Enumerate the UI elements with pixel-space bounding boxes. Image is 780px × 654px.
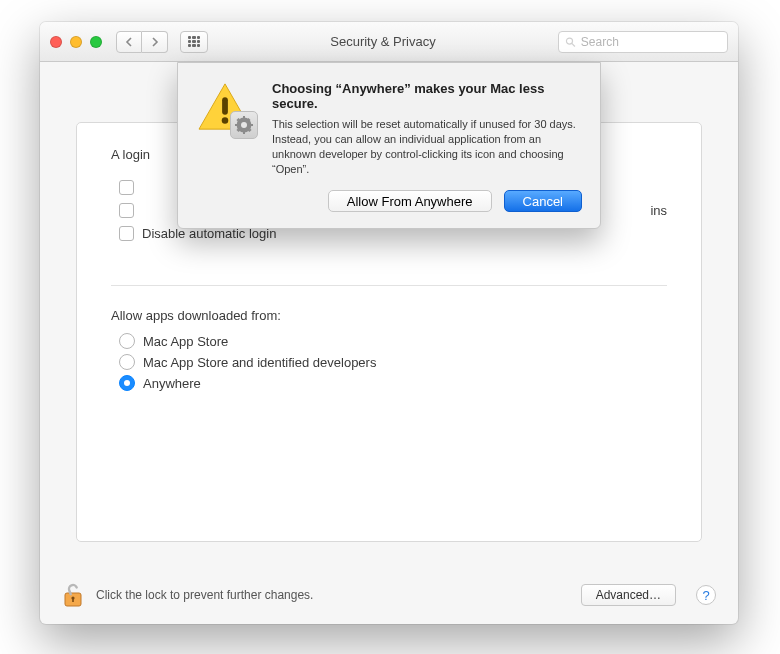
allow-apps-label: Allow apps downloaded from: [111, 308, 667, 323]
close-window-button[interactable] [50, 36, 62, 48]
minimize-window-button[interactable] [70, 36, 82, 48]
window-controls [50, 36, 102, 48]
advanced-button[interactable]: Advanced… [581, 584, 676, 606]
svg-rect-5 [222, 97, 228, 114]
back-button[interactable] [116, 31, 142, 53]
radio-identified-developers[interactable] [119, 354, 135, 370]
sheet-heading: Choosing “Anywhere” makes your Mac less … [272, 81, 582, 111]
footer: Click the lock to prevent further change… [40, 566, 738, 624]
divider [111, 285, 667, 286]
radio-row-identified[interactable]: Mac App Store and identified developers [119, 354, 667, 370]
sheet-icon [196, 81, 258, 212]
sheet-button-row: Allow From Anywhere Cancel [272, 190, 582, 212]
radio-row-mac-app-store[interactable]: Mac App Store [119, 333, 667, 349]
chevron-right-icon [151, 37, 159, 47]
search-input[interactable] [581, 35, 721, 49]
radio-label-2: Mac App Store and identified developers [143, 355, 376, 370]
checkbox-2[interactable] [119, 203, 134, 218]
unlock-icon[interactable] [62, 581, 84, 609]
login-label: A login [111, 147, 150, 162]
radio-label-1: Mac App Store [143, 334, 228, 349]
sheet-body: Choosing “Anywhere” makes your Mac less … [272, 81, 582, 212]
sheet-text: This selection will be reset automatical… [272, 117, 582, 176]
cancel-button[interactable]: Cancel [504, 190, 582, 212]
radio-anywhere[interactable] [119, 375, 135, 391]
search-field[interactable] [558, 31, 728, 53]
chevron-left-icon [125, 37, 133, 47]
svg-point-8 [241, 122, 247, 128]
confirmation-sheet: Choosing “Anywhere” makes your Mac less … [177, 62, 601, 229]
show-all-button[interactable] [180, 31, 208, 53]
svg-rect-12 [250, 124, 253, 126]
svg-point-6 [222, 117, 229, 124]
search-icon [565, 36, 576, 48]
gear-icon [230, 111, 258, 139]
svg-line-1 [572, 43, 575, 46]
preferences-window: Security & Privacy A login ins [40, 22, 738, 624]
forward-button[interactable] [142, 31, 168, 53]
allow-from-anywhere-button[interactable]: Allow From Anywhere [328, 190, 492, 212]
svg-rect-10 [243, 131, 245, 134]
titlebar: Security & Privacy [40, 22, 738, 62]
checkbox-2-trailing: ins [650, 203, 667, 218]
window-title: Security & Privacy [216, 34, 550, 49]
nav-buttons [116, 31, 168, 53]
lock-text: Click the lock to prevent further change… [96, 588, 313, 602]
svg-rect-9 [243, 116, 245, 119]
zoom-window-button[interactable] [90, 36, 102, 48]
radio-label-3: Anywhere [143, 376, 201, 391]
grid-icon [188, 36, 200, 48]
radio-mac-app-store[interactable] [119, 333, 135, 349]
svg-rect-4 [72, 598, 74, 602]
checkbox-1[interactable] [119, 180, 134, 195]
svg-point-0 [566, 38, 572, 44]
checkbox-3[interactable] [119, 226, 134, 241]
svg-rect-11 [235, 124, 238, 126]
help-button[interactable]: ? [696, 585, 716, 605]
radio-row-anywhere[interactable]: Anywhere [119, 375, 667, 391]
